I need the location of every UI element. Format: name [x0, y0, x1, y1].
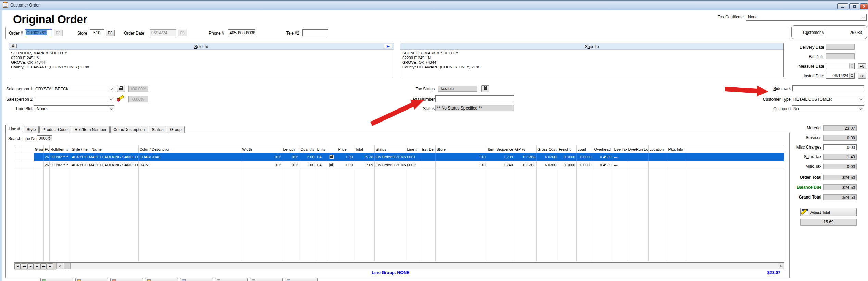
tab-status[interactable]: Status [149, 126, 166, 133]
store-input[interactable]: 510 [90, 29, 104, 36]
sold-to-title: Sold-To [194, 44, 208, 49]
grid-column-header[interactable]: Item Sequence [487, 145, 514, 153]
bottom-toolbar-button-1[interactable] [40, 278, 73, 281]
customer-number-input[interactable]: 26,083 [826, 29, 864, 36]
bottom-toolbar-button-8[interactable] [285, 278, 318, 281]
install-date-input[interactable]: 06/14/24 [826, 73, 855, 79]
occupied-select[interactable]: No [792, 105, 864, 112]
sold-to-lock-button[interactable] [10, 44, 17, 48]
grid-nav-prev-button[interactable]: ◀ [27, 263, 34, 269]
grid-column-header[interactable]: Style / Item Name [71, 145, 138, 153]
grid-column-header[interactable]: Load [576, 145, 593, 153]
horizontal-scrollbar[interactable]: < > [56, 263, 784, 269]
scroll-right-button[interactable]: > [778, 263, 784, 269]
total-label-4: Misc Tax [780, 164, 821, 169]
grid-column-header[interactable]: Dye/Run Lot [627, 145, 648, 153]
tax-status-lock-button[interactable] [481, 85, 489, 92]
grid-column-header[interactable]: Location [648, 145, 667, 153]
spinner-icon[interactable] [849, 63, 854, 69]
customer-type-select[interactable]: RETAIL CUSTOMER [792, 96, 864, 102]
sold-to-copy-button[interactable]: ▶ [384, 44, 392, 48]
bottom-toolbar-button-4[interactable] [145, 278, 178, 281]
search-line-input[interactable]: 0000 [37, 135, 52, 141]
minimize-button[interactable] [837, 3, 848, 9]
salesperson1-lock-button[interactable] [117, 86, 125, 92]
grid-column-header[interactable]: Gross Cost [536, 145, 558, 153]
salesperson2-eraser-icon[interactable] [117, 94, 125, 103]
grid-column-header[interactable]: Freight [558, 145, 576, 153]
bottom-toolbar-button-6[interactable] [215, 278, 248, 281]
tele2-label: Tele #2 [286, 31, 299, 36]
grid-column-header[interactable]: Group [34, 145, 43, 153]
tab-product-code[interactable]: Product Code [39, 126, 71, 133]
store-f8-button[interactable]: F8 [106, 30, 115, 36]
grid-nav-last-button[interactable]: ▶| [47, 263, 53, 269]
bottom-toolbar-button-5[interactable] [180, 278, 213, 281]
grid-column-header[interactable]: Quantity [299, 145, 316, 153]
bottom-toolbar-button-2[interactable] [75, 278, 108, 281]
grid-column-header[interactable]: Est Del [421, 145, 435, 153]
grid-column-header[interactable]: Total [354, 145, 374, 153]
salesperson1-select[interactable]: CRYSTAL BEECK [34, 86, 114, 92]
grid-column-header[interactable]: Use Tax [613, 145, 627, 153]
sidemark-input[interactable] [792, 85, 864, 91]
tab-roll-item-number[interactable]: Roll/Item Number [72, 126, 110, 133]
total-value-2[interactable]: 0.00 [823, 144, 857, 150]
grid-column-header[interactable] [14, 145, 22, 153]
grid-column-header[interactable]: Width [241, 145, 282, 153]
scrollbar-thumb[interactable] [64, 263, 71, 269]
grid-column-header[interactable] [327, 145, 337, 153]
grid-column-header[interactable]: Color / Description [138, 145, 241, 153]
grid-column-header[interactable]: Status [374, 145, 406, 153]
delivery-date-input [826, 44, 855, 50]
grid-column-header[interactable]: Price [337, 145, 354, 153]
tab-group[interactable]: Group [167, 126, 184, 133]
grid-column-header[interactable]: Store [435, 145, 487, 153]
page-title: Original Order [13, 13, 87, 26]
install-date-f8-button[interactable]: F8 [858, 73, 866, 79]
po-number-input[interactable] [435, 95, 514, 102]
spinner-icon[interactable] [849, 73, 854, 78]
grid-column-header[interactable]: Overhead [593, 145, 613, 153]
grid-column-header[interactable]: Roll/Item # [49, 145, 71, 153]
grid-row[interactable]: 2699996*****ACRYLIC MAPEI CAULKING SANDE… [14, 161, 784, 169]
order-number-input[interactable]: GR002769 [25, 29, 52, 36]
order-date-label: Order Date [124, 31, 144, 36]
measure-date-label: Measure Date [790, 64, 824, 69]
lock-icon [119, 88, 123, 90]
tax-status-field: Taxable [438, 86, 477, 92]
time-slot-select[interactable]: -None- [34, 105, 114, 112]
app-clipboard-icon [3, 2, 8, 8]
tab-style[interactable]: Style [24, 126, 39, 133]
tab-color-description[interactable]: Color/Description [110, 126, 148, 133]
grid-nav-prev-page-button[interactable]: ◀◀ [21, 263, 27, 269]
status-field: ** No Status Specified ** [435, 105, 514, 111]
salesperson2-select[interactable] [34, 96, 114, 102]
spinner-icon[interactable] [47, 136, 52, 141]
grid-column-header[interactable] [22, 145, 34, 153]
maximize-button[interactable] [849, 3, 859, 9]
scroll-left-button[interactable]: < [56, 263, 63, 269]
adjust-total-button[interactable]: Adjust Total [800, 208, 857, 216]
grid-nav-next-page-button[interactable]: ▶▶ [40, 263, 47, 269]
grid-row[interactable]: 2699996*****ACRYLIC MAPEI CAULKING SANDE… [14, 153, 784, 161]
phone-input[interactable]: 405-808-8038 [228, 29, 255, 36]
bottom-toolbar-button-7[interactable] [250, 278, 283, 281]
grid-nav-first-button[interactable]: |◀ [14, 263, 21, 269]
measure-date-f8-button[interactable]: F8 [858, 63, 866, 69]
tele2-input[interactable] [302, 29, 328, 36]
tab-line-[interactable]: Line # [5, 125, 23, 133]
close-button[interactable]: × [860, 3, 868, 9]
bottom-toolbar-button-3[interactable] [110, 278, 143, 281]
tax-certificate-select[interactable]: None [746, 14, 867, 21]
grid-column-header[interactable]: Length [282, 145, 299, 153]
grid-column-header[interactable]: PC [43, 145, 49, 153]
grid-column-header[interactable]: Pkg. Info [667, 145, 686, 153]
annotation-arrow-po-number [370, 100, 424, 126]
grid-column-header[interactable]: GP % [514, 145, 536, 153]
grid-column-header[interactable]: Line # [406, 145, 421, 153]
grid-column-header[interactable]: Units [316, 145, 327, 153]
measure-date-input[interactable] [826, 63, 855, 69]
grid-nav-next-button[interactable]: ▶ [34, 263, 40, 269]
total-label-7: Grand Total [780, 195, 821, 200]
